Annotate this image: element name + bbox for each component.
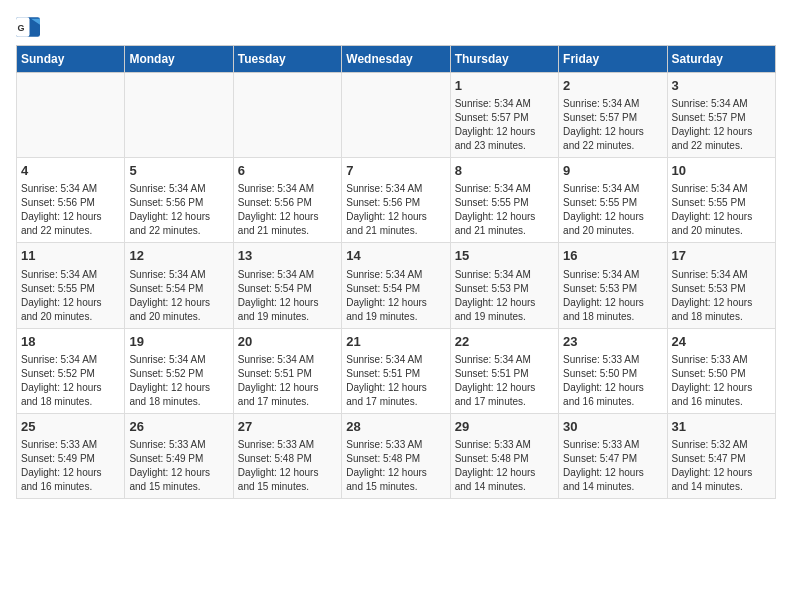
logo: G [16, 16, 44, 37]
calendar-cell: 9Sunrise: 5:34 AM Sunset: 5:55 PM Daylig… [559, 158, 667, 243]
day-info: Sunrise: 5:33 AM Sunset: 5:49 PM Dayligh… [129, 438, 228, 494]
day-info: Sunrise: 5:34 AM Sunset: 5:56 PM Dayligh… [346, 182, 445, 238]
calendar-cell: 24Sunrise: 5:33 AM Sunset: 5:50 PM Dayli… [667, 328, 775, 413]
day-number: 21 [346, 333, 445, 351]
calendar-cell: 20Sunrise: 5:34 AM Sunset: 5:51 PM Dayli… [233, 328, 341, 413]
day-info: Sunrise: 5:32 AM Sunset: 5:47 PM Dayligh… [672, 438, 771, 494]
day-number: 13 [238, 247, 337, 265]
day-number: 23 [563, 333, 662, 351]
calendar-cell: 18Sunrise: 5:34 AM Sunset: 5:52 PM Dayli… [17, 328, 125, 413]
day-number: 4 [21, 162, 120, 180]
week-row-2: 4Sunrise: 5:34 AM Sunset: 5:56 PM Daylig… [17, 158, 776, 243]
calendar-cell: 30Sunrise: 5:33 AM Sunset: 5:47 PM Dayli… [559, 413, 667, 498]
day-info: Sunrise: 5:33 AM Sunset: 5:49 PM Dayligh… [21, 438, 120, 494]
day-number: 15 [455, 247, 554, 265]
calendar-cell [17, 73, 125, 158]
week-row-5: 25Sunrise: 5:33 AM Sunset: 5:49 PM Dayli… [17, 413, 776, 498]
col-header-wednesday: Wednesday [342, 46, 450, 73]
calendar-cell: 1Sunrise: 5:34 AM Sunset: 5:57 PM Daylig… [450, 73, 558, 158]
day-number: 18 [21, 333, 120, 351]
day-number: 10 [672, 162, 771, 180]
day-info: Sunrise: 5:34 AM Sunset: 5:52 PM Dayligh… [129, 353, 228, 409]
day-info: Sunrise: 5:33 AM Sunset: 5:48 PM Dayligh… [455, 438, 554, 494]
calendar-cell: 22Sunrise: 5:34 AM Sunset: 5:51 PM Dayli… [450, 328, 558, 413]
day-number: 7 [346, 162, 445, 180]
generalblue-logo-icon: G [16, 17, 40, 37]
day-info: Sunrise: 5:34 AM Sunset: 5:57 PM Dayligh… [563, 97, 662, 153]
day-info: Sunrise: 5:34 AM Sunset: 5:57 PM Dayligh… [455, 97, 554, 153]
calendar-cell: 10Sunrise: 5:34 AM Sunset: 5:55 PM Dayli… [667, 158, 775, 243]
day-info: Sunrise: 5:34 AM Sunset: 5:55 PM Dayligh… [672, 182, 771, 238]
calendar-cell: 26Sunrise: 5:33 AM Sunset: 5:49 PM Dayli… [125, 413, 233, 498]
day-number: 29 [455, 418, 554, 436]
day-number: 24 [672, 333, 771, 351]
calendar-cell: 29Sunrise: 5:33 AM Sunset: 5:48 PM Dayli… [450, 413, 558, 498]
calendar-cell: 28Sunrise: 5:33 AM Sunset: 5:48 PM Dayli… [342, 413, 450, 498]
day-number: 22 [455, 333, 554, 351]
calendar-cell: 16Sunrise: 5:34 AM Sunset: 5:53 PM Dayli… [559, 243, 667, 328]
day-number: 8 [455, 162, 554, 180]
page-header: G [16, 16, 776, 37]
calendar-cell: 19Sunrise: 5:34 AM Sunset: 5:52 PM Dayli… [125, 328, 233, 413]
calendar-cell: 15Sunrise: 5:34 AM Sunset: 5:53 PM Dayli… [450, 243, 558, 328]
day-info: Sunrise: 5:34 AM Sunset: 5:55 PM Dayligh… [455, 182, 554, 238]
calendar-cell: 27Sunrise: 5:33 AM Sunset: 5:48 PM Dayli… [233, 413, 341, 498]
calendar-cell: 3Sunrise: 5:34 AM Sunset: 5:57 PM Daylig… [667, 73, 775, 158]
calendar-cell: 12Sunrise: 5:34 AM Sunset: 5:54 PM Dayli… [125, 243, 233, 328]
calendar-cell [342, 73, 450, 158]
day-number: 6 [238, 162, 337, 180]
day-number: 11 [21, 247, 120, 265]
calendar-cell: 14Sunrise: 5:34 AM Sunset: 5:54 PM Dayli… [342, 243, 450, 328]
day-number: 12 [129, 247, 228, 265]
header-row: SundayMondayTuesdayWednesdayThursdayFrid… [17, 46, 776, 73]
day-info: Sunrise: 5:34 AM Sunset: 5:55 PM Dayligh… [563, 182, 662, 238]
calendar-cell: 4Sunrise: 5:34 AM Sunset: 5:56 PM Daylig… [17, 158, 125, 243]
col-header-monday: Monday [125, 46, 233, 73]
day-info: Sunrise: 5:34 AM Sunset: 5:53 PM Dayligh… [455, 268, 554, 324]
day-info: Sunrise: 5:34 AM Sunset: 5:56 PM Dayligh… [129, 182, 228, 238]
calendar-cell: 17Sunrise: 5:34 AM Sunset: 5:53 PM Dayli… [667, 243, 775, 328]
day-number: 20 [238, 333, 337, 351]
day-info: Sunrise: 5:33 AM Sunset: 5:48 PM Dayligh… [238, 438, 337, 494]
day-number: 16 [563, 247, 662, 265]
calendar-cell [125, 73, 233, 158]
day-number: 17 [672, 247, 771, 265]
day-info: Sunrise: 5:34 AM Sunset: 5:52 PM Dayligh… [21, 353, 120, 409]
day-info: Sunrise: 5:34 AM Sunset: 5:54 PM Dayligh… [346, 268, 445, 324]
col-header-saturday: Saturday [667, 46, 775, 73]
day-info: Sunrise: 5:33 AM Sunset: 5:50 PM Dayligh… [672, 353, 771, 409]
calendar-cell: 11Sunrise: 5:34 AM Sunset: 5:55 PM Dayli… [17, 243, 125, 328]
day-info: Sunrise: 5:34 AM Sunset: 5:55 PM Dayligh… [21, 268, 120, 324]
calendar-cell: 5Sunrise: 5:34 AM Sunset: 5:56 PM Daylig… [125, 158, 233, 243]
day-info: Sunrise: 5:34 AM Sunset: 5:56 PM Dayligh… [21, 182, 120, 238]
day-number: 9 [563, 162, 662, 180]
col-header-tuesday: Tuesday [233, 46, 341, 73]
day-info: Sunrise: 5:33 AM Sunset: 5:47 PM Dayligh… [563, 438, 662, 494]
day-number: 30 [563, 418, 662, 436]
day-number: 25 [21, 418, 120, 436]
calendar-cell: 25Sunrise: 5:33 AM Sunset: 5:49 PM Dayli… [17, 413, 125, 498]
day-info: Sunrise: 5:34 AM Sunset: 5:53 PM Dayligh… [563, 268, 662, 324]
day-number: 27 [238, 418, 337, 436]
week-row-4: 18Sunrise: 5:34 AM Sunset: 5:52 PM Dayli… [17, 328, 776, 413]
day-info: Sunrise: 5:34 AM Sunset: 5:51 PM Dayligh… [346, 353, 445, 409]
col-header-friday: Friday [559, 46, 667, 73]
day-info: Sunrise: 5:34 AM Sunset: 5:57 PM Dayligh… [672, 97, 771, 153]
day-info: Sunrise: 5:34 AM Sunset: 5:53 PM Dayligh… [672, 268, 771, 324]
day-info: Sunrise: 5:34 AM Sunset: 5:56 PM Dayligh… [238, 182, 337, 238]
day-number: 2 [563, 77, 662, 95]
calendar-cell: 6Sunrise: 5:34 AM Sunset: 5:56 PM Daylig… [233, 158, 341, 243]
day-info: Sunrise: 5:33 AM Sunset: 5:48 PM Dayligh… [346, 438, 445, 494]
day-number: 1 [455, 77, 554, 95]
day-info: Sunrise: 5:34 AM Sunset: 5:51 PM Dayligh… [238, 353, 337, 409]
day-info: Sunrise: 5:34 AM Sunset: 5:54 PM Dayligh… [238, 268, 337, 324]
calendar-cell: 23Sunrise: 5:33 AM Sunset: 5:50 PM Dayli… [559, 328, 667, 413]
day-number: 28 [346, 418, 445, 436]
col-header-thursday: Thursday [450, 46, 558, 73]
calendar-cell: 13Sunrise: 5:34 AM Sunset: 5:54 PM Dayli… [233, 243, 341, 328]
calendar-cell: 31Sunrise: 5:32 AM Sunset: 5:47 PM Dayli… [667, 413, 775, 498]
calendar-cell [233, 73, 341, 158]
week-row-1: 1Sunrise: 5:34 AM Sunset: 5:57 PM Daylig… [17, 73, 776, 158]
week-row-3: 11Sunrise: 5:34 AM Sunset: 5:55 PM Dayli… [17, 243, 776, 328]
calendar-table: SundayMondayTuesdayWednesdayThursdayFrid… [16, 45, 776, 499]
